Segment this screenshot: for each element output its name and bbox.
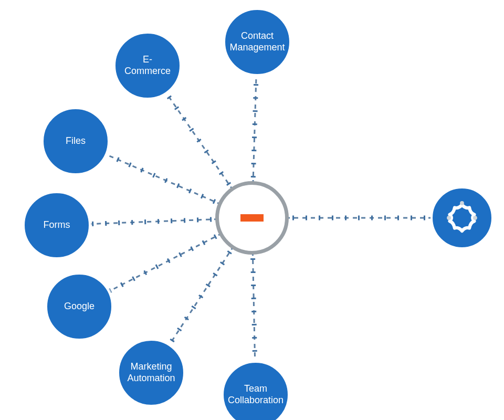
node-e-commerce[interactable]: E-Commerce — [113, 32, 182, 100]
svg-point-17 — [473, 216, 477, 220]
node-contact-management[interactable]: ContactManagement — [223, 8, 291, 76]
node-team-collaboration[interactable]: TeamCollaboration — [222, 361, 290, 420]
node-files[interactable]: Files — [41, 107, 110, 175]
hub-collapse-button[interactable] — [215, 181, 289, 255]
opensource-cog-icon — [442, 197, 482, 238]
node-label: Forms — [44, 219, 70, 231]
node-label: TeamCollaboration — [228, 383, 284, 406]
svg-point-16 — [447, 216, 451, 220]
node-google[interactable]: Google — [45, 272, 113, 341]
node-label: ContactManagement — [229, 30, 285, 53]
node-label: E-Commerce — [121, 54, 174, 77]
minus-icon — [240, 214, 264, 222]
endpoint-opensource[interactable] — [430, 186, 494, 249]
node-marketing-automation[interactable]: MarketingAutomation — [117, 339, 185, 407]
node-label: Google — [64, 301, 94, 312]
node-forms[interactable]: Forms — [23, 191, 91, 259]
svg-point-18 — [460, 201, 464, 205]
node-label: MarketingAutomation — [127, 361, 175, 384]
integration-diagram: ContactManagement E-Commerce Files Forms… — [0, 0, 504, 420]
node-label: Files — [66, 135, 86, 147]
